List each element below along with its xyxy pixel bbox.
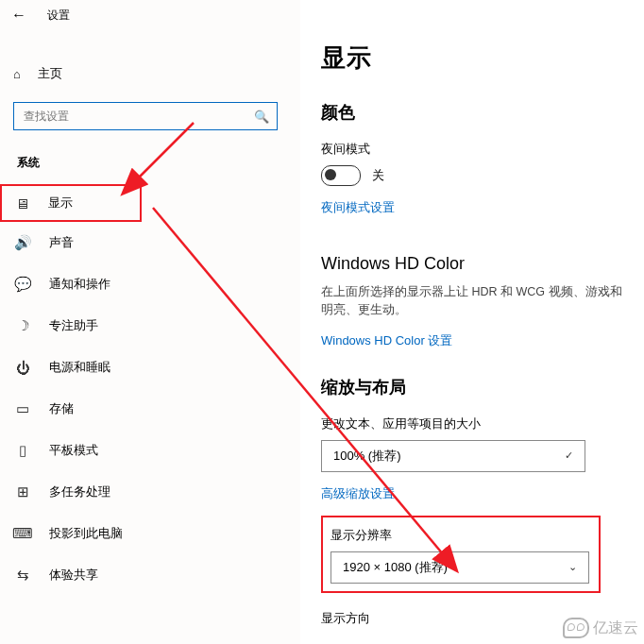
nav-item-label: 电源和睡眠 xyxy=(49,359,110,376)
project-icon: ⌨ xyxy=(13,525,32,542)
night-mode-toggle[interactable] xyxy=(321,165,361,186)
moon-icon: ☽ xyxy=(13,317,32,334)
advanced-scale-link[interactable]: 高级缩放设置 xyxy=(321,485,623,502)
nav-notifications[interactable]: 💬 通知和操作 xyxy=(0,263,300,305)
search-icon: 🔍 xyxy=(254,110,269,124)
color-heading: 颜色 xyxy=(321,101,623,124)
home-label: 主页 xyxy=(38,65,62,82)
night-mode-label: 夜间模式 xyxy=(321,141,623,158)
chevron-down-icon: ✓ xyxy=(565,449,573,462)
nav-item-label: 多任务处理 xyxy=(49,483,110,500)
night-mode-settings-link[interactable]: 夜间模式设置 xyxy=(321,199,623,216)
scale-dropdown[interactable]: 100% (推荐) ✓ xyxy=(321,440,585,472)
nav-item-label: 存储 xyxy=(49,400,74,417)
resolution-dropdown[interactable]: 1920 × 1080 (推荐) ⌄ xyxy=(330,551,589,584)
storage-icon: ▭ xyxy=(13,400,32,417)
search-input-wrap[interactable]: 🔍 xyxy=(13,102,278,130)
nav-focus[interactable]: ☽ 专注助手 xyxy=(0,305,300,347)
monitor-icon: 🖥 xyxy=(12,195,31,212)
nav-sound[interactable]: 🔊 声音 xyxy=(0,222,300,263)
nav-item-label: 显示 xyxy=(48,195,73,212)
nav-tablet[interactable]: ▯ 平板模式 xyxy=(0,430,300,471)
back-icon[interactable]: ← xyxy=(11,7,26,24)
nav-shared[interactable]: ⇆ 体验共享 xyxy=(0,554,300,596)
scale-label: 更改文本、应用等项目的大小 xyxy=(321,415,623,432)
section-label: 系统 xyxy=(17,155,300,171)
power-icon: ⏻ xyxy=(13,360,32,376)
nav-power[interactable]: ⏻ 电源和睡眠 xyxy=(0,347,300,388)
multitask-icon: ⊞ xyxy=(13,483,32,500)
nav-item-label: 体验共享 xyxy=(49,567,98,584)
chevron-down-icon: ⌄ xyxy=(568,561,577,573)
nav-item-label: 投影到此电脑 xyxy=(49,525,123,542)
hd-color-desc: 在上面所选择的显示器上让 HDR 和 WCG 视频、游戏和明亮、更生动。 xyxy=(321,283,623,319)
message-icon: 💬 xyxy=(13,276,32,293)
page-title: 显示 xyxy=(321,42,623,75)
nav-display[interactable]: 🖥 显示 xyxy=(0,184,142,222)
resolution-label: 显示分辨率 xyxy=(330,527,589,544)
nav-item-label: 声音 xyxy=(49,234,74,251)
hd-color-heading: Windows HD Color xyxy=(321,254,623,274)
share-icon: ⇆ xyxy=(13,567,32,584)
nav-storage[interactable]: ▭ 存储 xyxy=(0,388,300,430)
nav-project[interactable]: ⌨ 投影到此电脑 xyxy=(0,513,300,554)
watermark-logo-icon xyxy=(563,618,589,638)
resolution-value: 1920 × 1080 (推荐) xyxy=(343,559,448,576)
home-icon: ⌂ xyxy=(13,67,21,81)
nav-multitask[interactable]: ⊞ 多任务处理 xyxy=(0,471,300,513)
nav-item-label: 专注助手 xyxy=(49,317,98,334)
hd-color-link[interactable]: Windows HD Color 设置 xyxy=(321,332,623,349)
watermark-text: 亿速云 xyxy=(593,619,638,638)
tablet-icon: ▯ xyxy=(13,442,32,459)
resolution-highlight-box: 显示分辨率 1920 × 1080 (推荐) ⌄ xyxy=(321,516,601,593)
nav-item-label: 通知和操作 xyxy=(49,276,110,293)
nav-item-label: 平板模式 xyxy=(49,442,98,459)
window-title: 设置 xyxy=(47,8,70,24)
watermark: 亿速云 xyxy=(563,618,638,638)
search-input[interactable] xyxy=(22,109,254,124)
speaker-icon: 🔊 xyxy=(13,234,32,251)
scale-heading: 缩放与布局 xyxy=(321,376,623,398)
nav-home[interactable]: ⌂ 主页 xyxy=(0,55,300,93)
scale-value: 100% (推荐) xyxy=(333,448,401,465)
toggle-state: 关 xyxy=(372,167,384,184)
